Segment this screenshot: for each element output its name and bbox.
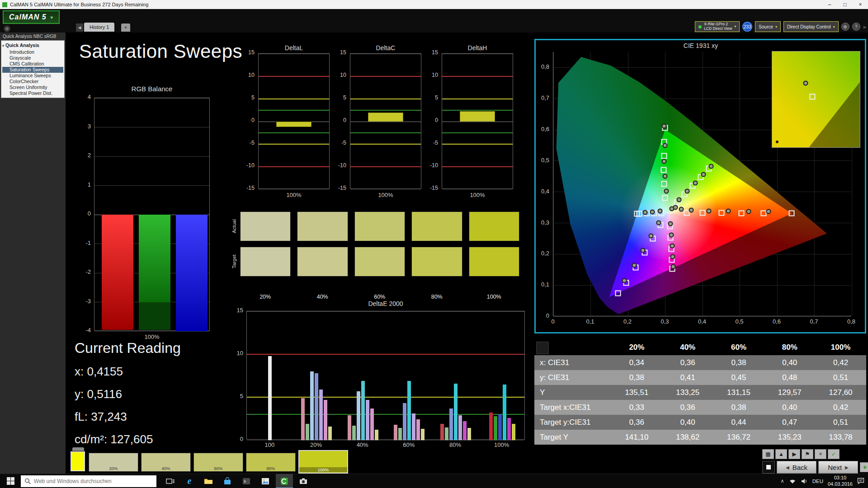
current-color-swatch[interactable]	[71, 451, 85, 471]
table-cell: 127,60	[815, 388, 866, 397]
sidebar-item-spectral-power-dist-[interactable]: Spectral Power Dist.	[2, 90, 63, 96]
saturation-thumb-60%[interactable]: 60%	[193, 453, 243, 472]
inset-gamut-edge	[772, 52, 860, 147]
taskbar-edge-icon[interactable]: e	[181, 474, 198, 488]
delta-bar	[276, 122, 311, 127]
cie-zoom-inset	[772, 51, 860, 148]
taskbar-file-explorer-icon[interactable]	[200, 474, 217, 488]
start-button[interactable]	[0, 474, 21, 488]
table-cell: 138,62	[662, 433, 713, 442]
cie-ylabels: 00,10,20,30,40,50,60,70,8	[537, 52, 551, 316]
taskbar-photos-icon[interactable]	[257, 474, 274, 488]
window-controls: – □ ×	[822, 0, 868, 9]
taskbar-task-view-icon[interactable]	[162, 474, 179, 488]
cie-target-point	[661, 181, 667, 187]
language-indicator[interactable]: DEU	[812, 479, 823, 484]
taskbar-camera-icon[interactable]	[295, 474, 312, 488]
source-dropdown[interactable]: Source ▾	[755, 21, 781, 32]
action-center-icon[interactable]	[857, 478, 864, 484]
stop-button[interactable]	[762, 461, 775, 474]
next-button[interactable]: Next▶	[818, 461, 858, 474]
table-header-cell: 80%	[764, 343, 815, 352]
table-cell: 133,25	[662, 388, 713, 397]
minimize-button[interactable]: –	[822, 0, 837, 9]
table-cell: 131,15	[713, 388, 764, 397]
saturation-thumb-20%[interactable]: 20%	[89, 453, 138, 472]
taskbar-console-icon[interactable]	[238, 474, 255, 488]
tray-expand-icon[interactable]: ∧	[781, 478, 784, 484]
calman-logo-menu[interactable]: CalMAN 5 ▾	[3, 10, 60, 24]
layout-nav-button[interactable]: ▦	[762, 449, 774, 459]
rgb-bar-blue	[176, 215, 208, 331]
tab-history-1[interactable]: History 1	[84, 23, 114, 32]
target-swatch	[469, 247, 519, 277]
header-right-controls: X-Rite i1Pro 2 LCD Direct View ▾ 233 Sou…	[695, 21, 866, 33]
up-nav-button[interactable]: ▲	[775, 449, 787, 459]
sidebar-item-colorchecker[interactable]: ColorChecker	[2, 79, 63, 84]
cie-measured-point	[673, 205, 678, 210]
collapse-right-icon[interactable]: »	[863, 23, 866, 30]
sidebar-root-quick-analysis[interactable]: ▾Quick Analysis	[2, 42, 63, 49]
table-cell: 133,78	[815, 433, 866, 442]
maximize-button[interactable]: □	[837, 0, 853, 9]
deltae-bar	[507, 418, 511, 440]
current-reading-title: Current Reading	[75, 340, 181, 357]
flag-nav-button[interactable]: ⚑	[802, 449, 813, 459]
table-row: Target Y141,10138,62136,72135,23133,78	[534, 430, 866, 445]
logo-text: CalMAN 5	[9, 13, 47, 21]
back-button[interactable]: ◀Back	[777, 461, 816, 474]
table-cell: 0,45	[713, 373, 764, 382]
deltae-plot	[246, 311, 525, 440]
saturation-thumb-100%[interactable]: 100%	[298, 450, 348, 474]
sidebar-item-grayscale[interactable]: Grayscale	[2, 55, 63, 61]
meter-dropdown[interactable]: X-Rite i1Pro 2 LCD Direct View ▾	[695, 21, 740, 32]
taskbar-clock[interactable]: 03:10 04.03.2016	[828, 475, 853, 488]
table-cell: 0,34	[611, 358, 662, 367]
deltae-bar	[407, 381, 411, 440]
play-nav-button[interactable]: ▶	[788, 449, 800, 459]
page-title: Saturation Sweeps	[79, 41, 242, 62]
table-header-cell: 40%	[662, 343, 713, 352]
search-input[interactable]	[34, 478, 153, 484]
collapse-left-icon[interactable]: ◀	[76, 23, 83, 32]
chevron-down-icon: ▾	[775, 25, 777, 29]
sidebar-item-saturation-sweeps[interactable]: Saturation Sweeps	[2, 67, 63, 73]
speaker-icon[interactable]	[801, 478, 808, 484]
check-nav-button[interactable]: ✓	[828, 449, 840, 459]
cie-target-point	[738, 210, 744, 216]
deltae-bar	[348, 415, 351, 440]
table-cell: 0,44	[713, 418, 764, 427]
quick-settings-gear-icon[interactable]: ⚙	[4, 25, 10, 32]
sidebar-item-introduction[interactable]: Introduction	[2, 49, 63, 55]
close-button[interactable]: ×	[853, 0, 868, 9]
taskbar-search[interactable]	[21, 475, 156, 487]
network-icon[interactable]	[789, 478, 796, 484]
deltae-bar	[361, 381, 365, 440]
taskbar-calman-icon[interactable]	[276, 474, 293, 488]
add-tab-button[interactable]: +	[121, 23, 130, 32]
display-control-dropdown[interactable]: Direct Display Control ▾	[783, 21, 839, 32]
taskbar-store-icon[interactable]	[219, 474, 236, 488]
sidebar-item-luminance-sweeps[interactable]: Luminance Sweeps	[2, 73, 63, 79]
deltae-bar	[445, 427, 448, 441]
help-button[interactable]: ?	[852, 23, 860, 31]
saturation-thumb-40%[interactable]: 40%	[141, 453, 191, 472]
table-cell: 0,36	[662, 403, 713, 412]
sidebar-item-cms-calibration[interactable]: CMS Calibration	[2, 61, 63, 67]
cie-target-point	[661, 153, 667, 159]
saturation-thumb-80%[interactable]: 80%	[246, 453, 296, 472]
workflow-tree-panel: ▾Quick Analysis IntroductionGrayscaleCMS…	[1, 40, 65, 98]
deltae-bar	[416, 419, 420, 440]
deltae-bar	[467, 428, 471, 440]
taskbar: e ∧ DEU 03:10 04.03.2016	[0, 474, 868, 488]
cie-measured-point	[668, 221, 673, 226]
meter-status-dot	[698, 25, 702, 28]
table-row: Y135,51133,25131,15129,57127,60	[534, 385, 866, 400]
add-button[interactable]: +	[860, 462, 868, 472]
close-nav-button[interactable]: ×	[815, 449, 826, 459]
deltae-bar	[315, 373, 318, 440]
cie-target-point	[660, 167, 666, 173]
deltae-bar	[398, 428, 402, 440]
settings-gear-button[interactable]: ⚙	[841, 23, 849, 31]
sidebar-item-screen-uniformity[interactable]: Screen Uniformity	[2, 84, 63, 90]
